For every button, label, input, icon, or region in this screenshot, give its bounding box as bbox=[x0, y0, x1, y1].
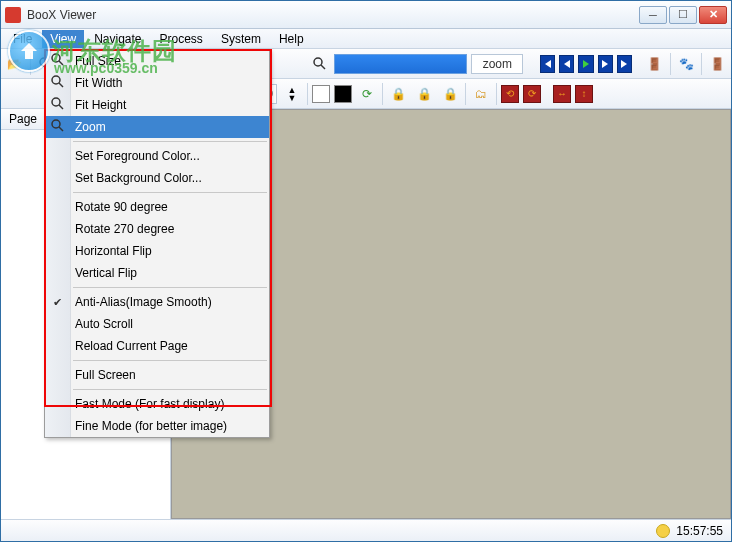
magnifier-icon bbox=[313, 57, 327, 71]
magnifier-icon bbox=[51, 97, 65, 111]
menu-item-label: Reload Current Page bbox=[75, 339, 188, 353]
menu-separator bbox=[73, 141, 267, 142]
menu-item-label: Vertical Flip bbox=[75, 266, 137, 280]
magnifier-icon bbox=[51, 119, 65, 133]
lock-icon: 🔒 bbox=[391, 87, 406, 101]
maximize-button[interactable]: ☐ bbox=[669, 6, 697, 24]
prev-icon bbox=[562, 59, 572, 69]
svg-line-13 bbox=[59, 83, 63, 87]
menu-item-label: Set Background Color... bbox=[75, 171, 202, 185]
menu-item-label: Fine Mode (for better image) bbox=[75, 419, 227, 433]
view-menu-dropdown: Full SizeFit WidthFit HeightZoomSet Fore… bbox=[44, 49, 270, 438]
menu-item-label: Full Screen bbox=[75, 368, 136, 382]
menu-item-label: Anti-Alias(Image Smooth) bbox=[75, 295, 212, 309]
zoom-slider[interactable] bbox=[334, 54, 468, 74]
layers-button[interactable]: 🗂 bbox=[470, 83, 492, 105]
menu-separator bbox=[73, 360, 267, 361]
menu-item-anti-alias-image-smooth[interactable]: ✔Anti-Alias(Image Smooth) bbox=[45, 291, 269, 313]
export-button[interactable]: 🚪 bbox=[645, 53, 664, 75]
menu-item-label: Fast Mode (For fast display) bbox=[75, 397, 224, 411]
nav-last-button[interactable] bbox=[617, 55, 632, 73]
door-icon: 🚪 bbox=[710, 57, 725, 71]
menu-item-vertical-flip[interactable]: Vertical Flip bbox=[45, 262, 269, 284]
menu-item-set-foreground-color[interactable]: Set Foreground Color... bbox=[45, 145, 269, 167]
paw-button[interactable]: 🐾 bbox=[677, 53, 696, 75]
svg-point-10 bbox=[52, 54, 60, 62]
magnifier-icon bbox=[51, 75, 65, 89]
svg-point-8 bbox=[314, 58, 322, 66]
close-button[interactable]: ✕ bbox=[699, 6, 727, 24]
separator bbox=[701, 53, 702, 75]
spinner-icon: ▲▼ bbox=[288, 86, 297, 102]
exit-button[interactable]: 🚪 bbox=[708, 53, 727, 75]
flip-icon: ↕ bbox=[582, 88, 587, 99]
menu-item-full-size[interactable]: Full Size bbox=[45, 50, 269, 72]
menu-item-label: Horizontal Flip bbox=[75, 244, 152, 258]
menu-item-fit-width[interactable]: Fit Width bbox=[45, 72, 269, 94]
menu-system[interactable]: System bbox=[213, 30, 269, 48]
menu-item-rotate-90-degree[interactable]: Rotate 90 degree bbox=[45, 196, 269, 218]
rotate-icon: ⟳ bbox=[528, 88, 536, 99]
menu-item-auto-scroll[interactable]: Auto Scroll bbox=[45, 313, 269, 335]
lock2-button[interactable]: 🔒 bbox=[413, 83, 435, 105]
menu-item-reload-current-page[interactable]: Reload Current Page bbox=[45, 335, 269, 357]
flip-h-button[interactable]: ↔ bbox=[553, 85, 571, 103]
check-icon: ✔ bbox=[53, 296, 62, 309]
svg-line-17 bbox=[59, 127, 63, 131]
menu-item-fit-height[interactable]: Fit Height bbox=[45, 94, 269, 116]
svg-point-14 bbox=[52, 98, 60, 106]
nav-prev-button[interactable] bbox=[559, 55, 574, 73]
paw-icon: 🐾 bbox=[679, 57, 694, 71]
menu-item-horizontal-flip[interactable]: Horizontal Flip bbox=[45, 240, 269, 262]
play-icon bbox=[581, 59, 591, 69]
menu-item-label: Set Foreground Color... bbox=[75, 149, 200, 163]
menu-help[interactable]: Help bbox=[271, 30, 312, 48]
separator bbox=[465, 83, 466, 105]
nav-play-button[interactable] bbox=[578, 55, 593, 73]
menu-item-rotate-270-degree[interactable]: Rotate 270 degree bbox=[45, 218, 269, 240]
open-button[interactable]: 📂 bbox=[5, 53, 24, 75]
menu-item-set-background-color[interactable]: Set Background Color... bbox=[45, 167, 269, 189]
fg-color-swatch[interactable] bbox=[312, 85, 330, 103]
menu-navigate[interactable]: Navigate bbox=[86, 30, 149, 48]
spinner[interactable]: ▲▼ bbox=[281, 83, 303, 105]
window-title: BooX Viewer bbox=[27, 8, 639, 22]
nav-first-button[interactable] bbox=[540, 55, 555, 73]
rotate1-button[interactable]: ⟲ bbox=[501, 85, 519, 103]
nav-next-button[interactable] bbox=[598, 55, 613, 73]
lock3-button[interactable]: 🔒 bbox=[439, 83, 461, 105]
menu-file[interactable]: File bbox=[5, 30, 40, 48]
refresh-button[interactable]: ⟳ bbox=[356, 83, 378, 105]
menu-item-label: Rotate 270 degree bbox=[75, 222, 174, 236]
menu-item-zoom[interactable]: Zoom bbox=[45, 116, 269, 138]
rotate2-button[interactable]: ⟳ bbox=[523, 85, 541, 103]
separator bbox=[382, 83, 383, 105]
flip-v-button[interactable]: ↕ bbox=[575, 85, 593, 103]
menu-process[interactable]: Process bbox=[152, 30, 211, 48]
separator bbox=[670, 53, 671, 75]
status-time: 15:57:55 bbox=[676, 524, 723, 538]
app-icon bbox=[5, 7, 21, 23]
folder-icon: 📂 bbox=[7, 57, 22, 71]
menu-item-fast-mode-for-fast-display[interactable]: Fast Mode (For fast display) bbox=[45, 393, 269, 415]
menu-item-fine-mode-for-better-image[interactable]: Fine Mode (for better image) bbox=[45, 415, 269, 437]
statusbar: 15:57:55 bbox=[1, 519, 731, 541]
lock1-button[interactable]: 🔒 bbox=[387, 83, 409, 105]
next-icon bbox=[600, 59, 610, 69]
menu-item-label: Full Size bbox=[75, 54, 121, 68]
menu-separator bbox=[73, 287, 267, 288]
refresh-icon: ⟳ bbox=[362, 87, 372, 101]
bg-color-swatch[interactable] bbox=[334, 85, 352, 103]
menu-item-label: Fit Width bbox=[75, 76, 122, 90]
menu-item-full-screen[interactable]: Full Screen bbox=[45, 364, 269, 386]
minimize-button[interactable]: ─ bbox=[639, 6, 667, 24]
menu-view[interactable]: View bbox=[42, 30, 84, 48]
menu-item-label: Auto Scroll bbox=[75, 317, 133, 331]
last-icon bbox=[620, 59, 630, 69]
menubar: File View Navigate Process System Help bbox=[1, 29, 731, 49]
svg-point-16 bbox=[52, 120, 60, 128]
window-buttons: ─ ☐ ✕ bbox=[639, 6, 727, 24]
search-button[interactable] bbox=[311, 53, 330, 75]
svg-line-15 bbox=[59, 105, 63, 109]
layers-icon: 🗂 bbox=[475, 87, 487, 101]
